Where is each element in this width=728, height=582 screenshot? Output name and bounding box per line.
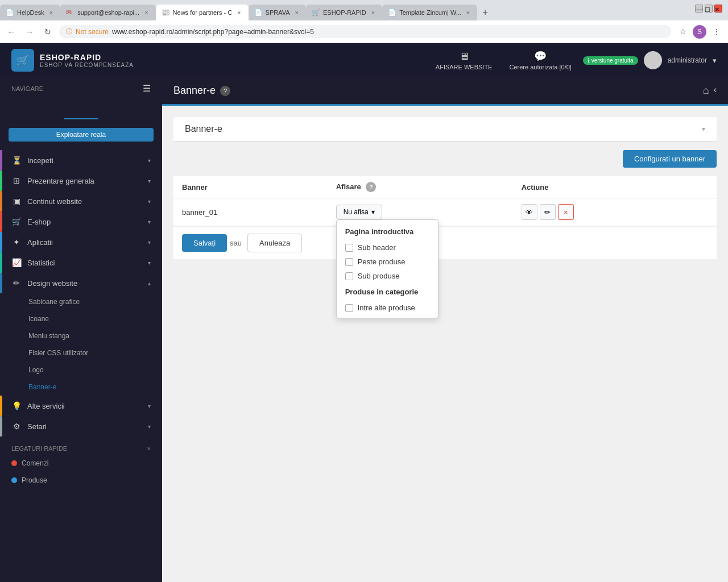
tab-news[interactable]: 📰 News for partners - C ×: [156, 5, 249, 20]
logo-area: 🛒 ESHOP-RAPID ESHOP VA RECOMPENSEAZA: [11, 49, 424, 72]
tab-close-eshoprapid[interactable]: ×: [370, 9, 377, 16]
menu-btn[interactable]: ⋮: [709, 24, 723, 39]
tab-template[interactable]: 📄 Template Zincum| W... ×: [382, 5, 477, 20]
reload-btn[interactable]: ↻: [41, 25, 55, 39]
arrow-icon-design: ▴: [148, 280, 151, 286]
sidebar-sub-fisier-css[interactable]: Fisier CSS utilizator: [0, 344, 162, 361]
profile-btn[interactable]: S: [693, 25, 706, 39]
window-close-btn[interactable]: ×: [714, 5, 722, 13]
afisare-dropdown-btn[interactable]: Nu afisa ▾: [336, 205, 382, 219]
checkbox-peste-produse[interactable]: [345, 258, 353, 266]
sidebar-label-incepeti: Incepeti: [27, 156, 142, 165]
sidebar-sub-sabloane[interactable]: Sabloane grafice: [0, 293, 162, 310]
logo-sub: ESHOP VA RECOMPENSEAZA: [40, 62, 134, 68]
cancel-btn[interactable]: Anuleaza: [247, 234, 302, 252]
edit-btn[interactable]: ✏: [540, 204, 556, 220]
top-header: 🛒 ESHOP-RAPID ESHOP VA RECOMPENSEAZA 🖥 A…: [0, 43, 728, 77]
window-minimize-btn[interactable]: —: [695, 5, 703, 13]
dropdown-item-sub-produse[interactable]: Sub produse: [337, 269, 438, 283]
chat-icon: 💬: [534, 50, 547, 63]
bannere-label: Banner-e: [28, 383, 56, 391]
sidebar-item-eshop[interactable]: 🛒 E-shop ▾: [0, 211, 162, 232]
tab-eshoprapid[interactable]: 🛒 ESHOP-RAPID ×: [306, 5, 382, 20]
tab-close-template[interactable]: ×: [465, 9, 471, 16]
browser-window: 📄 HelpDesk × ✉ support@eshop-rapi... × 📰…: [0, 0, 728, 43]
sidebar-item-aplicatii[interactable]: ✦ Aplicatii ▾: [0, 232, 162, 252]
sidebar-item-setari[interactable]: ⚙ Setari ▾: [0, 416, 162, 436]
version-badge[interactable]: ℹ versiune gratuita: [583, 56, 638, 65]
delete-btn[interactable]: ×: [558, 204, 574, 220]
sidebar-sub-bannere[interactable]: Banner-e: [0, 379, 162, 396]
url-box[interactable]: ⓘ Not secure www.eshop-rapid.ro/admin/sc…: [59, 25, 671, 38]
tab-close-support[interactable]: ×: [143, 9, 150, 16]
tab-helpdesk[interactable]: 📄 HelpDesk ×: [0, 5, 60, 20]
tab-close-sprava[interactable]: ×: [293, 9, 300, 16]
save-btn[interactable]: Salvați: [182, 234, 227, 252]
dropdown-item-sub-header[interactable]: Sub header: [337, 240, 438, 255]
hourglass-icon: ⏳: [11, 156, 22, 165]
window-maximize-btn[interactable]: □: [705, 5, 713, 13]
new-tab-button[interactable]: +: [477, 5, 493, 20]
or-label: sau: [230, 239, 242, 247]
quick-link-produse[interactable]: Produse: [0, 472, 162, 489]
arrow-icon-alte-servicii: ▾: [148, 403, 151, 409]
dropdown-item-intre-alte-produse[interactable]: Intre alte produse: [337, 301, 438, 315]
bookmark-btn[interactable]: ☆: [676, 24, 690, 39]
fisier-css-label: Fisier CSS utilizator: [28, 349, 88, 357]
sidebar-item-design[interactable]: ✏ Design website ▴: [0, 273, 162, 293]
tab-close-helpdesk[interactable]: ×: [48, 9, 55, 16]
sidebar-item-continut[interactable]: ▣ Continut website ▾: [0, 191, 162, 211]
meniu-label: Meniu stanga: [28, 332, 69, 340]
arrow-icon-continut: ▾: [148, 198, 151, 205]
tab-sprava[interactable]: 📄 SPRAVA ×: [249, 5, 306, 20]
version-label: versiune gratuita: [592, 57, 634, 64]
sidebar-item-statistici[interactable]: 📈 Statistici ▾: [0, 252, 162, 273]
dropdown-section1-title: Pagina introductiva: [337, 223, 438, 240]
sidebar-label-design: Design website: [27, 279, 142, 288]
admin-arrow-icon[interactable]: ▾: [713, 56, 717, 65]
config-banner-btn[interactable]: Configurati un banner: [623, 150, 717, 168]
sidebar-sub-logo[interactable]: Logo: [0, 361, 162, 379]
tab-title-eshoprapid: ESHOP-RAPID: [323, 9, 366, 16]
sidebar-label-prezentare: Prezentare generala: [27, 177, 142, 185]
back-nav-btn[interactable]: ←: [5, 25, 18, 39]
banner-name: banner_01: [182, 208, 217, 217]
section-dropdown-icon[interactable]: ▾: [702, 125, 705, 133]
th-afisare: Afisare ?: [328, 176, 513, 198]
header-center: 🖥 AFISARE WEBSITE 💬 Cerere autorizata [0…: [436, 50, 572, 70]
logo-icon: 🛒: [11, 49, 34, 72]
dropdown-item-peste-produse[interactable]: Peste produse: [337, 255, 438, 269]
checkbox-intre-alte-produse[interactable]: [345, 304, 353, 312]
cerere-btn[interactable]: 💬 Cerere autorizata [0/0]: [509, 50, 571, 70]
table-header-row: Banner Afisare ? Actiune: [173, 176, 717, 198]
sidebar-bar-alte-servicii: [0, 396, 2, 416]
sidebar-sub-meniu[interactable]: Meniu stanga: [0, 327, 162, 344]
exploatare-btn[interactable]: Exploatare reala: [9, 128, 154, 142]
back-btn[interactable]: ‹: [714, 85, 717, 97]
checkbox-sub-header[interactable]: [345, 244, 353, 252]
tab-close-news[interactable]: ×: [235, 9, 242, 16]
checkbox-sub-produse[interactable]: [345, 272, 353, 280]
peste-produse-label: Peste produse: [358, 257, 406, 266]
afisare-help-icon[interactable]: ?: [366, 182, 376, 192]
help-icon[interactable]: ?: [220, 86, 230, 96]
quick-link-comenzi[interactable]: Comenzi: [0, 455, 162, 472]
quick-links-close[interactable]: ×: [147, 445, 151, 452]
afisare-website-btn[interactable]: 🖥 AFISARE WEBSITE: [436, 51, 493, 70]
header-right: ℹ versiune gratuita administrator ▾: [583, 51, 717, 69]
sidebar-sub-icoane[interactable]: Icoane: [0, 310, 162, 327]
sidebar-quick-links-section: LEGATURI RAPIDE ×: [0, 436, 162, 455]
sidebar-item-incepeti[interactable]: ⏳ Incepeti ▾: [0, 150, 162, 171]
tab-support[interactable]: ✉ support@eshop-rapi... ×: [60, 5, 155, 20]
sidebar-item-alte-servicii[interactable]: 💡 Alte servicii ▾: [0, 396, 162, 416]
dropdown-section2-title: Produse in categorie: [337, 283, 438, 301]
sidebar-bar-prezentare: [0, 171, 2, 191]
view-btn[interactable]: 👁: [522, 204, 537, 220]
admin-label[interactable]: administrator: [668, 56, 707, 64]
tab-title-support: support@eshop-rapi...: [77, 9, 139, 16]
hamburger-icon[interactable]: ☰: [143, 83, 151, 94]
home-btn[interactable]: ⌂: [703, 85, 709, 97]
forward-nav-btn[interactable]: →: [23, 25, 36, 39]
sidebar-item-prezentare[interactable]: ⊞ Prezentare generala ▾: [0, 171, 162, 191]
sidebar-bar-setari: [0, 416, 2, 436]
